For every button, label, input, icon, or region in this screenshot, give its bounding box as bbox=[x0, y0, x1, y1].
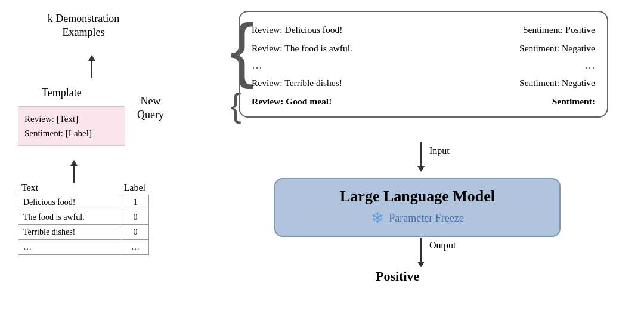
data-table: Delicious food! 1 The food is awful. 0 T… bbox=[18, 195, 149, 255]
dots-left: … bbox=[252, 57, 262, 73]
demo-box: Review: Delicious food! Sentiment: Posit… bbox=[239, 11, 608, 118]
snowflake-icon: ❄ bbox=[371, 209, 384, 227]
demo-row1-right: Sentiment: Positive bbox=[523, 20, 595, 39]
query-right: Sentiment: bbox=[552, 92, 595, 110]
table-row: Delicious food! 1 bbox=[18, 195, 149, 210]
result-label: Positive bbox=[376, 269, 419, 284]
demo-row3-right: Sentiment: Negative bbox=[519, 73, 595, 92]
template-line1: Review: [Text] bbox=[24, 112, 119, 126]
cell-label: 0 bbox=[122, 210, 148, 225]
cell-label: … bbox=[122, 240, 148, 255]
demo-dots: … … bbox=[252, 57, 595, 73]
col-label-header: Label bbox=[124, 183, 145, 193]
demo-row2-left: Review: The food is awful. bbox=[252, 39, 352, 57]
template-line2: Sentiment: [Label] bbox=[24, 126, 119, 140]
arrow-template-to-demo bbox=[88, 55, 95, 78]
table-row: Terrible dishes! 0 bbox=[18, 225, 149, 240]
demo-row-3: Review: Terrible dishes! Sentiment: Nega… bbox=[252, 73, 595, 92]
arrow-output bbox=[417, 238, 425, 267]
table-row: … … bbox=[18, 240, 149, 255]
dots-right: … bbox=[584, 57, 595, 73]
k-demo-label: k Demonstration Examples bbox=[36, 12, 131, 40]
cell-text: Delicious food! bbox=[18, 195, 122, 210]
data-table-wrapper: Text Label Delicious food! 1 The food is… bbox=[18, 182, 149, 255]
llm-title: Large Language Model bbox=[287, 187, 547, 205]
template-label: Template bbox=[42, 87, 82, 99]
demo-row2-right: Sentiment: Negative bbox=[519, 39, 595, 57]
arrow-table-to-template bbox=[70, 160, 78, 183]
col-text-header: Text bbox=[21, 183, 38, 193]
cell-label: 1 bbox=[122, 195, 148, 210]
llm-freeze-label: Parameter Freeze bbox=[389, 212, 463, 224]
arrow-input bbox=[417, 142, 425, 172]
demo-row3-left: Review: Terrible dishes! bbox=[252, 73, 342, 92]
demo-row-2: Review: The food is awful. Sentiment: Ne… bbox=[252, 39, 595, 57]
cell-text: Terrible dishes! bbox=[18, 225, 122, 240]
new-query-label: New Query bbox=[137, 94, 164, 122]
query-left: Review: Good meal! bbox=[252, 92, 332, 110]
data-table-header: Text Label bbox=[18, 182, 149, 195]
cell-text: The food is awful. bbox=[18, 210, 122, 225]
table-row: The food is awful. 0 bbox=[18, 210, 149, 225]
llm-box: Large Language Model ❄ Parameter Freeze bbox=[274, 178, 561, 237]
output-label: Output bbox=[429, 240, 456, 251]
cell-text: … bbox=[18, 240, 122, 255]
template-box: Review: [Text] Sentiment: [Label] bbox=[18, 106, 125, 146]
demo-row-1: Review: Delicious food! Sentiment: Posit… bbox=[252, 20, 595, 39]
demo-row1-left: Review: Delicious food! bbox=[252, 20, 342, 39]
diagram: k Demonstration Examples Template New Qu… bbox=[0, 0, 644, 326]
input-label: Input bbox=[429, 146, 450, 156]
llm-freeze-row: ❄ Parameter Freeze bbox=[287, 209, 547, 227]
cell-label: 0 bbox=[122, 225, 148, 240]
demo-query-row: Review: Good meal! Sentiment: bbox=[252, 92, 595, 110]
